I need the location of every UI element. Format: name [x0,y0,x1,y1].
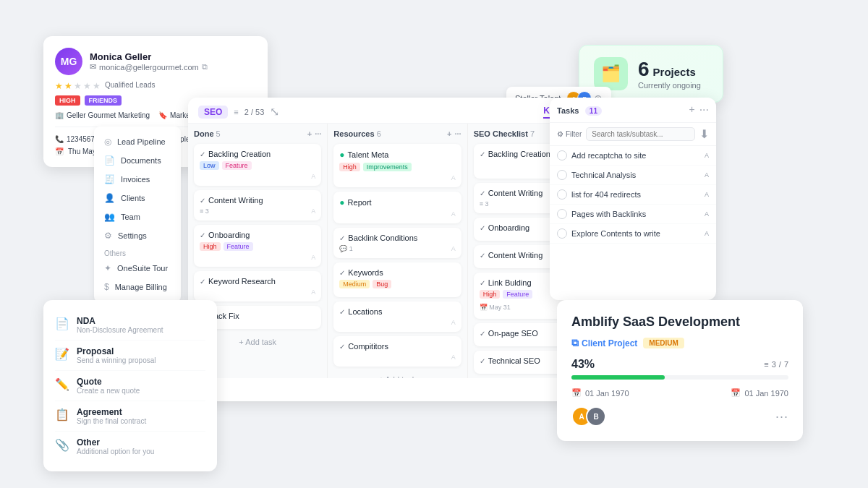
task-talent-meta: ● Talent Meta High Improvements A [333,144,461,187]
end-date: 📅 01 Jan 1970 [731,388,788,398]
menu-item-agreement[interactable]: 📋 Agreement Sign the final contract [55,401,205,432]
star-4: ★ [83,81,91,91]
kanban-header: SEO ≡ 2 / 53 ⤡ Kanban List [188,98,608,124]
priority-badge: MEDIUM [643,338,684,348]
menu-card: 📄 NDA Non-Disclosure Agreement 📝 Proposa… [43,300,217,471]
menu-item-quote[interactable]: ✏️ Quote Create a new quote [55,371,205,401]
progress-row: 43% ≡ 3 / 7 [571,358,788,371]
copy-email-icon[interactable]: ⧉ [202,62,208,72]
pipeline-icon: ◎ [104,137,111,147]
task-keyword-research: ✓ Keyword Research A [194,271,321,301]
sidebar-item-team[interactable]: 👥 Team [94,207,181,226]
star-1: ★ [55,81,63,91]
sidebar-item-clients[interactable]: 👤 Clients [94,189,181,207]
tag-friends: FRIENDS [85,95,122,106]
start-date: 📅 01 Jan 1970 [571,388,629,398]
menu-item-nda[interactable]: 📄 NDA Non-Disclosure Agreement [55,310,205,341]
kanban-board: SEO ≡ 2 / 53 ⤡ Kanban List Done 5 + ··· … [188,98,608,401]
sidebar-item-lead-pipeline[interactable]: ◎ Lead Pipeline [94,132,181,151]
kanban-columns: Done 5 + ··· ✓ Backling Creation Low Fea… [188,124,608,378]
layers-icon: ⧉ [571,337,579,349]
company-item: 🏢 Geller Gourmet Marketing [55,111,150,119]
contact-email: ✉ monica@gellergourmet.com ⧉ [90,62,208,72]
sidebar-item-onesuite-tour[interactable]: ✦ OneSuite Tour [94,259,181,278]
tag-icon: 🔖 [158,111,167,119]
contact-name: Monica Geller [90,51,208,62]
task-backlink-conditions: ✓ Backlink Conditions 💬 1A [333,228,461,258]
quote-icon: ✏️ [55,377,69,391]
menu-item-proposal[interactable]: 📝 Proposal Send a winning proposal [55,341,205,371]
date-row-amplify: 📅 01 Jan 1970 📅 01 Jan 1970 [571,388,788,398]
tour-icon: ✦ [104,263,111,273]
task-count-icon: ≡ [234,108,238,116]
more-col-resources[interactable]: ··· [454,129,461,138]
task-content-writing-done: ✓ Content Writing ≡ 3A [194,190,321,221]
progress-bar-bg [571,375,788,380]
download-icon[interactable]: ⬇ [699,127,709,141]
seo-badge: SEO [198,106,228,119]
sidebar-nav: ◎ Lead Pipeline 📄 Documents 🧾 Invoices 👤… [94,127,181,302]
col-resources: Resources 6 + ··· ● Talent Meta High Imp… [328,124,467,378]
add-task-icon[interactable]: + [689,103,694,116]
filter-button[interactable]: ⚙ Filter [557,130,582,138]
task-onboarding-done: ✓ Onboarding High Feature A [194,225,321,267]
sidebar-item-manage-billing[interactable]: $ Manage Billing [94,278,181,296]
amplify-footer: A B ··· [571,406,788,427]
sidebar-item-settings[interactable]: ⚙ Settings [94,226,181,245]
invoices-icon: 🧾 [104,174,115,184]
projects-label: Projects [653,66,696,78]
calendar-end-icon: 📅 [731,388,741,398]
task-count: 2 / 53 [244,108,265,116]
task-assignee-2: A [705,171,709,179]
contact-header: MG Monica Geller ✉ monica@gellergourmet.… [55,48,256,75]
clients-icon: 👤 [104,193,115,203]
task-checkbox-4[interactable] [557,209,567,219]
progress-bar-fill [571,375,665,380]
task-locations: ✓ Locations A [333,301,461,332]
task-report: ● Report A [333,192,461,223]
add-col-done[interactable]: + [307,129,312,138]
star-2: ★ [64,81,72,91]
building-icon: 🏢 [55,111,64,119]
sidebar-item-invoices[interactable]: 🧾 Invoices [94,170,181,189]
add-col-resources[interactable]: + [447,129,451,138]
more-col-done[interactable]: ··· [315,129,321,138]
amplify-card: Amblify SaaS Development ⧉ Client Projec… [557,300,803,441]
task-item-4: Pages with Backlinks A [550,205,716,224]
team-avatar-2: B [586,406,606,427]
task-assignee-3: A [705,191,709,198]
col-resources-header: Resources 6 + ··· [333,129,461,138]
task-checkbox-1[interactable] [557,150,567,160]
task-checkbox-2[interactable] [557,170,567,180]
task-checkbox-5[interactable] [557,228,567,239]
projects-sublabel: Currently ongoing [638,81,701,90]
search-input[interactable] [586,127,695,141]
sidebar-item-documents[interactable]: 📄 Documents [94,151,181,170]
task-item-2: Technical Analysis A [550,166,716,185]
calendar-start-icon: 📅 [571,388,582,398]
star-3: ★ [74,81,82,91]
more-options-button[interactable]: ··· [775,409,788,424]
expand-icon[interactable]: ⤡ [270,105,279,119]
menu-item-other[interactable]: 📎 Other Additional option for you [55,432,205,461]
more-tasks-icon[interactable]: ··· [699,103,709,116]
task-checkbox-3[interactable] [557,189,567,200]
filter-icon: ⚙ [557,130,563,138]
task-backling-creation: ✓ Backling Creation Low Feature A [194,144,321,186]
tasks-panel: Tasks 11 + ··· ⚙ Filter ⬇ Add recaptcha … [550,98,716,300]
task-item-5: Explore Contents to write A [550,224,716,244]
task-item-1: Add recaptcha to site A [550,146,716,166]
billing-icon: $ [104,282,109,292]
task-assignee-4: A [705,210,709,218]
tag-high: HIGH [55,95,80,106]
other-icon: 📎 [55,438,69,452]
task-compititors: ✓ Compititors A [333,336,461,367]
client-badge: ⧉ Client Project [571,337,637,349]
progress-tasks: ≡ 3 / 7 [764,360,788,369]
qualified-label: Qualified Leads [105,81,156,91]
add-task-resources[interactable]: + Add task [333,371,461,378]
amplify-tags: ⧉ Client Project MEDIUM [571,337,788,349]
tasks-title: Tasks [557,106,579,115]
agreement-icon: 📋 [55,408,69,421]
task-assignee-5: A [705,230,709,237]
